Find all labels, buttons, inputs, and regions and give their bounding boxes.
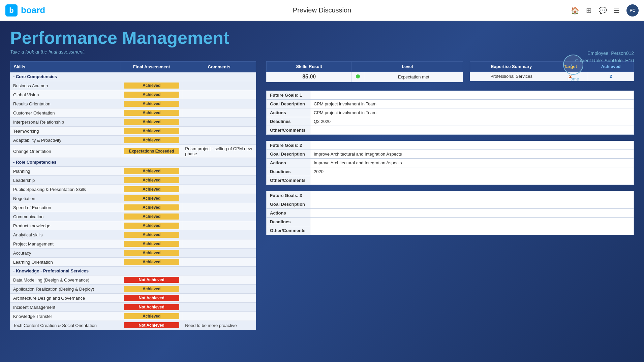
skill-assessment: Achieved	[121, 176, 182, 185]
goal-row-label: Other/Comments	[267, 176, 310, 185]
grid-icon[interactable]: ⊞	[586, 6, 592, 14]
skill-assessment: Achieved	[121, 239, 182, 249]
table-row: Analytical skills Achieved	[10, 230, 256, 239]
skill-assessment: Achieved	[121, 249, 182, 258]
table-row: Incident Management Not Achieved	[10, 303, 256, 312]
goal-table-1: Future Goals: 1 Goal Description CPM pro…	[266, 91, 634, 135]
goal-row: Other/Comments	[267, 226, 634, 235]
goal-row-value: Q2 2020	[310, 117, 634, 126]
skill-comment	[182, 294, 256, 303]
skill-comment	[182, 212, 256, 221]
section-label: - Core Competencies	[10, 72, 256, 81]
table-row: Customer Orientation Achieved	[10, 108, 256, 118]
main-content: Performance Management Take a look at th…	[0, 21, 644, 362]
goal-header-value	[310, 141, 634, 150]
avatar[interactable]: PC	[626, 4, 639, 17]
skill-name: Global Vision	[10, 90, 121, 99]
table-row: Leadership Achieved	[10, 176, 256, 185]
skill-assessment: Achieved	[121, 194, 182, 203]
skill-name: Adaptability & Proactivity	[10, 136, 121, 145]
skills-result-wrap: Skills Result Level 85.00 Expectation me…	[266, 61, 463, 84]
skill-name: Knowledge Transfer	[10, 312, 121, 321]
goal-header: Future Goals: 2	[267, 141, 634, 150]
skill-assessment: Achieved	[121, 90, 182, 99]
skill-comment	[182, 249, 256, 258]
skill-name: Accuracy	[10, 249, 121, 258]
expertise-wrap: Expertise Summary Target Achieved Profes…	[470, 61, 634, 84]
skill-name: Application Realization (Desing & Deploy…	[10, 285, 121, 294]
skill-comment	[182, 167, 256, 176]
skill-comment	[182, 275, 256, 285]
table-row: Global Vision Achieved	[10, 90, 256, 99]
goal-row-label: Goal Description	[267, 100, 310, 108]
menu-icon[interactable]: ☰	[614, 6, 620, 14]
table-row: Planning Achieved	[10, 167, 256, 176]
goal-header-label: Future Goals: 3	[267, 191, 310, 200]
skills-result-value: 85.00	[267, 72, 352, 82]
table-row: Business Acumen Achieved	[10, 81, 256, 90]
skill-assessment: Achieved	[121, 167, 182, 176]
goal-row-value	[310, 209, 634, 218]
skill-name: Results Orientation	[10, 99, 121, 108]
goal-row-label: Other/Comments	[267, 226, 310, 235]
goal-row: Other/Comments	[267, 126, 634, 135]
skills-table-container: Skills Final Assessment Comments - Core …	[10, 61, 256, 330]
goal-row: Goal Description CPM project involvment …	[267, 100, 634, 108]
table-row: Negotiation Achieved	[10, 194, 256, 203]
content-grid: Skills Final Assessment Comments - Core …	[10, 61, 634, 330]
skill-name: Product knowledge	[10, 221, 121, 230]
skill-assessment: Achieved	[121, 136, 182, 145]
goal-row-value	[310, 176, 634, 185]
employee-role: Current Role: SubRole_H10	[575, 57, 634, 64]
goal-row: Actions	[267, 209, 634, 218]
goal-header: Future Goals: 1	[267, 91, 634, 100]
goal-row-label: Actions	[267, 108, 310, 117]
skill-comment	[182, 285, 256, 294]
section-row: - Knowledge - Professional Services	[10, 267, 256, 275]
chat-icon[interactable]: 💬	[599, 6, 607, 14]
skill-comment	[182, 90, 256, 99]
goal-header-value	[310, 191, 634, 200]
skill-comment	[182, 185, 256, 194]
goal-row: Deadlines Q2 2020	[267, 117, 634, 126]
goal-header-label: Future Goals: 2	[267, 141, 310, 150]
skill-comment	[182, 136, 256, 145]
table-row: Project Management Achieved	[10, 239, 256, 249]
skill-assessment: Not Achieved	[121, 275, 182, 285]
page-title: Performance Management	[10, 28, 634, 48]
skill-comment	[182, 176, 256, 185]
skill-name: Speed of Execution	[10, 203, 121, 212]
app-header: b board Preview Discussion 🏠 ⊞ 💬 ☰ PC	[0, 0, 644, 21]
goal-row: Deadlines	[267, 218, 634, 226]
page-subtitle: Take a look at the final assessment.	[10, 49, 634, 55]
table-row: Learning Orientation Achieved	[10, 258, 256, 267]
skill-name: Communication	[10, 212, 121, 221]
page-header-title: Preview Discussion	[293, 6, 351, 14]
col-assessment: Final Assessment	[121, 62, 182, 72]
goal-row: Goal Description Improve Architectural a…	[267, 150, 634, 159]
home-icon[interactable]: 🏠	[571, 6, 579, 14]
skill-name: Tech Content Creation & Social Orientati…	[10, 321, 121, 330]
skill-name: Learning Orientation	[10, 258, 121, 267]
col-comments: Comments	[182, 62, 256, 72]
skills-result-table: Skills Result Level 85.00 Expectation me…	[266, 61, 463, 82]
goal-row: Deadlines 2020	[267, 167, 634, 176]
skills-level-header: Level	[352, 62, 463, 72]
goal-row-value	[310, 218, 634, 226]
goal-row-value	[310, 200, 634, 209]
skill-name: Public Speaking & Presentation Skills	[10, 185, 121, 194]
skills-result-level: Expectation met	[364, 72, 463, 82]
goal-table-2: Future Goals: 2 Goal Description Improve…	[266, 141, 634, 185]
goal-row-label: Goal Description	[267, 200, 310, 209]
table-row: Accuracy Achieved	[10, 249, 256, 258]
goal-row-label: Deadlines	[267, 167, 310, 176]
skill-name: Architecture Design and Governance	[10, 294, 121, 303]
table-row: Architecture Design and Governance Not A…	[10, 294, 256, 303]
goal-row-value: Improve Architectural and Integration As…	[310, 159, 634, 167]
table-row: Change Orientation Expectations Exceeded…	[10, 145, 256, 158]
goal-header-value	[310, 91, 634, 100]
skill-assessment: Achieved	[121, 127, 182, 136]
table-row: Communication Achieved	[10, 212, 256, 221]
skill-name: Negotiation	[10, 194, 121, 203]
goal-table-3: Future Goals: 3 Goal Description Actions…	[266, 191, 634, 235]
